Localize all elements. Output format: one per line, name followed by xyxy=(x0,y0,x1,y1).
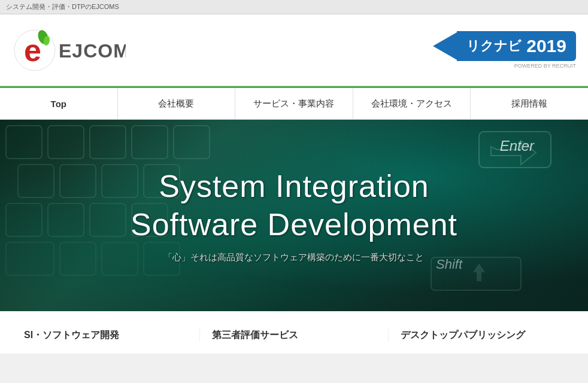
hero-section: Enter Shift System Integration Software … xyxy=(0,120,588,311)
svg-marker-5 xyxy=(433,32,457,60)
rikunabi-year: 2019 xyxy=(526,36,566,56)
bottom-item-dtp-label: デスクトップパブリッシング xyxy=(401,329,564,342)
rikunabi-text: リクナビ xyxy=(466,37,522,55)
nav-recruit[interactable]: 採用情報 xyxy=(471,88,588,119)
nav-top[interactable]: Top xyxy=(0,88,118,119)
header: e EJCOMS リクナビ 2019 POWERED BY RECRUIT xyxy=(0,14,588,86)
nav-company-label: 会社概要 xyxy=(158,98,194,110)
svg-rect-16 xyxy=(48,203,84,236)
svg-rect-6 xyxy=(6,126,42,159)
bottom-section: SI・ソフトウェア開発 第三者評価サービス デスクトップパブリッシング xyxy=(0,311,588,354)
svg-rect-17 xyxy=(90,203,126,236)
hero-content: System Integration Software Development … xyxy=(131,168,457,263)
svg-rect-20 xyxy=(60,242,96,275)
svg-rect-8 xyxy=(90,126,126,159)
main-nav: Top 会社概要 サービス・事業内容 会社環境・アクセス 採用情報 xyxy=(0,86,588,120)
rikunabi-badge: リクナビ 2019 POWERED BY RECRUIT xyxy=(433,31,576,69)
nav-recruit-label: 採用情報 xyxy=(511,98,547,110)
browser-tab: システム開発・評価・DTPのEJCOMS xyxy=(0,0,588,14)
ejcoms-logo-svg: e EJCOMS xyxy=(12,26,126,74)
svg-rect-15 xyxy=(6,203,42,236)
rikunabi-sub: POWERED BY RECRUIT xyxy=(514,63,576,69)
svg-rect-7 xyxy=(48,126,84,159)
hero-subtitle: 「心」それは高品質なソフトウェア構築のために一番大切なこと xyxy=(131,252,457,263)
bottom-item-si: SI・ソフトウェア開発 xyxy=(12,329,200,342)
enter-key-label: Enter xyxy=(500,138,534,154)
bottom-item-dtp: デスクトップパブリッシング xyxy=(389,329,576,342)
hero-title-line1: System Integration xyxy=(131,168,457,204)
bottom-item-evaluation: 第三者評価サービス xyxy=(200,329,388,342)
nav-services[interactable]: サービス・事業内容 xyxy=(235,88,353,119)
nav-services-label: サービス・事業内容 xyxy=(253,98,334,110)
nav-top-label: Top xyxy=(51,99,66,109)
bottom-item-si-label: SI・ソフトウェア開発 xyxy=(24,329,187,342)
svg-rect-9 xyxy=(132,126,168,159)
logo: e EJCOMS xyxy=(12,26,126,74)
nav-environment-label: 会社環境・アクセス xyxy=(371,98,452,110)
bottom-item-evaluation-label: 第三者評価サービス xyxy=(212,329,375,342)
hero-title-line2: Software Development xyxy=(131,206,457,242)
svg-rect-12 xyxy=(60,165,96,197)
svg-text:EJCOMS: EJCOMS xyxy=(59,40,126,62)
svg-rect-19 xyxy=(6,242,54,275)
nav-environment[interactable]: 会社環境・アクセス xyxy=(353,88,471,119)
nav-company[interactable]: 会社概要 xyxy=(118,88,236,119)
rikunabi-arrow-icon xyxy=(433,32,457,60)
svg-rect-11 xyxy=(18,165,54,197)
svg-rect-10 xyxy=(174,126,210,159)
svg-rect-25 xyxy=(477,272,481,281)
